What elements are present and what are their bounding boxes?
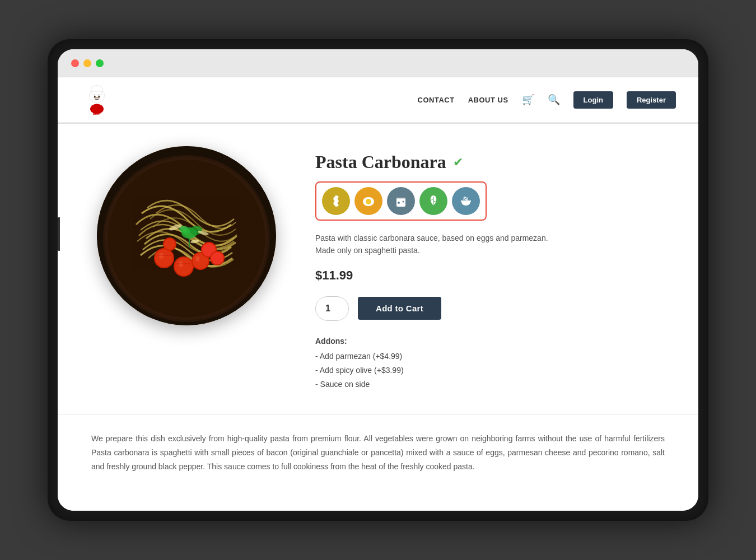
- addon-item-3: - Sauce on side: [315, 377, 665, 391]
- bottom-description: We prepare this dish exclusively from hi…: [58, 414, 698, 497]
- svg-point-38: [366, 199, 371, 204]
- ingredient-dairy[interactable]: [387, 187, 415, 215]
- svg-point-14: [179, 262, 183, 267]
- svg-point-21: [164, 239, 175, 250]
- device-inner: BUSY CONTACT ABOUT US 🛒 🔍 Login Register: [58, 49, 698, 511]
- traffic-light-green[interactable]: [96, 59, 104, 67]
- side-button: [58, 217, 60, 251]
- product-section: Pasta Carbonara ✔: [58, 124, 698, 414]
- login-button[interactable]: Login: [573, 91, 613, 109]
- svg-point-41: [398, 202, 400, 204]
- nav-contact[interactable]: CONTACT: [418, 96, 455, 104]
- addons-title: Addons:: [315, 334, 665, 348]
- product-title: Pasta Carbonara: [315, 152, 446, 172]
- verified-icon: ✔: [453, 155, 463, 170]
- traffic-light-yellow[interactable]: [83, 59, 91, 67]
- svg-text:BUSY: BUSY: [93, 112, 101, 115]
- product-title-row: Pasta Carbonara ✔: [315, 152, 665, 172]
- svg-point-3: [94, 96, 96, 97]
- ingredient-herbs[interactable]: [419, 187, 447, 215]
- device-frame: BUSY CONTACT ABOUT US 🛒 🔍 Login Register: [48, 39, 708, 521]
- svg-point-13: [175, 258, 193, 276]
- quantity-input[interactable]: [315, 296, 349, 321]
- ingredient-wheat[interactable]: [322, 187, 350, 215]
- svg-point-23: [211, 252, 223, 264]
- site-header: BUSY CONTACT ABOUT US 🛒 🔍 Login Register: [58, 77, 698, 123]
- svg-rect-40: [396, 198, 405, 200]
- logo-icon: BUSY: [80, 83, 114, 116]
- nav-links: CONTACT ABOUT US 🛒 🔍 Login Register: [418, 91, 676, 109]
- search-icon[interactable]: 🔍: [548, 94, 560, 106]
- addons-section: Addons: - Add parmezan (+$4.99) - Add sp…: [315, 334, 665, 392]
- svg-point-11: [159, 253, 164, 259]
- svg-point-10: [155, 249, 173, 267]
- browser-bar: [58, 49, 698, 77]
- nav-about[interactable]: ABOUT US: [468, 96, 508, 104]
- ingredient-icons-container: [315, 181, 487, 221]
- product-image-container: [91, 146, 282, 325]
- svg-point-42: [403, 201, 404, 203]
- traffic-light-red[interactable]: [71, 59, 79, 67]
- ingredient-egg[interactable]: [354, 187, 382, 215]
- ingredient-sauce[interactable]: [452, 187, 480, 215]
- product-image: [97, 146, 276, 325]
- svg-point-27: [183, 228, 190, 234]
- product-price: $11.99: [315, 268, 665, 283]
- svg-rect-2: [92, 91, 102, 95]
- logo-area: BUSY: [80, 83, 114, 116]
- svg-point-28: [190, 230, 197, 234]
- product-description: Pasta with classic carbonara sauce, base…: [315, 232, 562, 257]
- svg-point-4: [98, 96, 100, 97]
- website-content: BUSY CONTACT ABOUT US 🛒 🔍 Login Register: [58, 77, 698, 511]
- cart-icon[interactable]: 🛒: [522, 94, 534, 106]
- traffic-lights: [71, 59, 104, 67]
- add-to-cart-button[interactable]: Add to Cart: [358, 297, 441, 320]
- svg-point-17: [196, 256, 200, 262]
- register-button[interactable]: Register: [627, 91, 676, 109]
- addon-item-2: - Add spicy olive (+$3.99): [315, 363, 665, 377]
- product-details: Pasta Carbonara ✔: [315, 146, 665, 392]
- cart-row: Add to Cart: [315, 296, 665, 321]
- addon-item-1: - Add parmezan (+$4.99): [315, 349, 665, 363]
